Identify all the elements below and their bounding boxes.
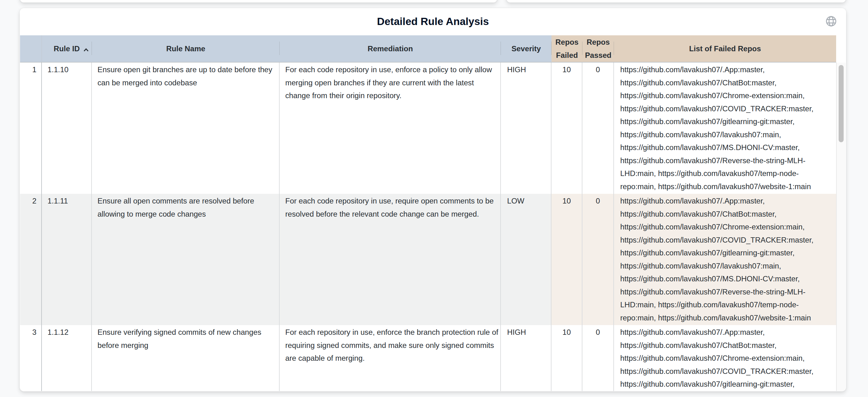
sort-ascending-icon xyxy=(83,43,89,56)
detailed-rule-analysis-card: Detailed Rule Analysis Rule ID Rule Name… xyxy=(20,8,846,391)
top-card-left xyxy=(20,0,497,2)
row1-remediation: For each code repository in use, enforce… xyxy=(280,63,501,194)
header-repos-failed[interactable]: Repos Failed xyxy=(552,35,582,62)
header-remediation-label: Remediation xyxy=(367,42,413,55)
header-failed-repos-list[interactable]: List of Failed Repos xyxy=(614,35,836,62)
table-row-2: 2 1.1.11 Ensure all open comments are re… xyxy=(20,194,836,325)
row2-repos-passed: 0 xyxy=(582,194,614,325)
row3-severity: HIGH xyxy=(501,325,552,391)
row2-rule-name: Ensure all open comments are resolved be… xyxy=(92,194,280,325)
table-row-1: 1 1.1.10 Ensure open git branches are up… xyxy=(20,63,836,194)
header-failed-repos-list-label: List of Failed Repos xyxy=(689,42,761,55)
header-rule-id[interactable]: Rule ID xyxy=(42,35,92,62)
header-repos-passed-label: Repos Passed xyxy=(582,36,614,62)
row3-remediation: For each repository in use, enforce the … xyxy=(280,325,501,391)
row1-rule-id: 1.1.10 xyxy=(42,63,92,194)
row3-rule-id: 1.1.12 xyxy=(42,325,92,391)
table-body: 1 1.1.10 Ensure open git branches are up… xyxy=(20,63,836,391)
header-severity[interactable]: Severity xyxy=(501,35,552,62)
row3-index: 3 xyxy=(20,325,42,391)
row1-rule-name: Ensure open git branches are up to date … xyxy=(92,63,280,194)
top-card-right xyxy=(506,0,846,2)
page-title: Detailed Rule Analysis xyxy=(20,15,846,28)
header-rule-name-label: Rule Name xyxy=(166,42,205,55)
header-rule-name[interactable]: Rule Name xyxy=(92,35,280,62)
row3-repos-passed: 0 xyxy=(582,325,614,391)
header-remediation[interactable]: Remediation xyxy=(280,35,501,62)
row2-rule-id: 1.1.11 xyxy=(42,194,92,325)
row3-rule-name: Ensure verifying signed commits of new c… xyxy=(92,325,280,391)
row2-severity: LOW xyxy=(501,194,552,325)
scrollbar-thumb[interactable] xyxy=(839,65,844,142)
row3-failed-repos: https://github.com/lavakush07/.App:maste… xyxy=(614,325,836,391)
vertical-scrollbar[interactable] xyxy=(836,63,846,391)
row1-repos-passed: 0 xyxy=(582,63,614,194)
header-repos-passed[interactable]: Repos Passed xyxy=(582,35,614,62)
row3-repos-failed: 10 xyxy=(552,325,582,391)
row2-index: 2 xyxy=(20,194,42,325)
header-repos-failed-label: Repos Failed xyxy=(552,36,582,62)
header-rule-id-label: Rule ID xyxy=(54,42,80,55)
row1-failed-repos: https://github.com/lavakush07/.App:maste… xyxy=(614,63,836,194)
row2-repos-failed: 10 xyxy=(552,194,582,325)
table-header-row: Rule ID Rule Name Remediation Severity R… xyxy=(20,35,836,63)
table-row-3: 3 1.1.12 Ensure verifying signed commits… xyxy=(20,325,836,391)
globe-icon[interactable] xyxy=(825,15,837,28)
row1-repos-failed: 10 xyxy=(552,63,582,194)
header-index xyxy=(20,35,42,62)
row1-index: 1 xyxy=(20,63,42,194)
header-severity-label: Severity xyxy=(512,42,541,55)
row2-failed-repos: https://github.com/lavakush07/.App:maste… xyxy=(614,194,836,325)
row2-remediation: For each code repository in use, require… xyxy=(280,194,501,325)
row1-severity: HIGH xyxy=(501,63,552,194)
